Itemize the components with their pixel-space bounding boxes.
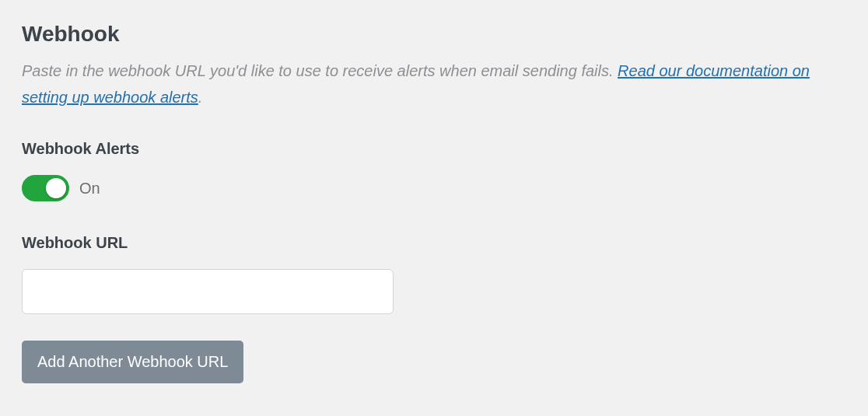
- toggle-knob: [46, 178, 66, 198]
- description-text-prefix: Paste in the webhook URL you'd like to u…: [22, 62, 618, 79]
- webhook-url-label: Webhook URL: [22, 234, 846, 252]
- add-webhook-url-button[interactable]: Add Another Webhook URL: [22, 341, 243, 383]
- section-title: Webhook: [22, 22, 846, 47]
- webhook-alerts-label: Webhook Alerts: [22, 140, 846, 158]
- webhook-alerts-state: On: [79, 180, 100, 198]
- section-description: Paste in the webhook URL you'd like to u…: [22, 58, 846, 110]
- webhook-url-group: Webhook URL: [22, 234, 846, 314]
- webhook-alerts-toggle[interactable]: [22, 175, 69, 201]
- webhook-alerts-row: On: [22, 175, 846, 201]
- description-text-suffix: .: [198, 89, 203, 106]
- webhook-url-input[interactable]: [22, 269, 394, 314]
